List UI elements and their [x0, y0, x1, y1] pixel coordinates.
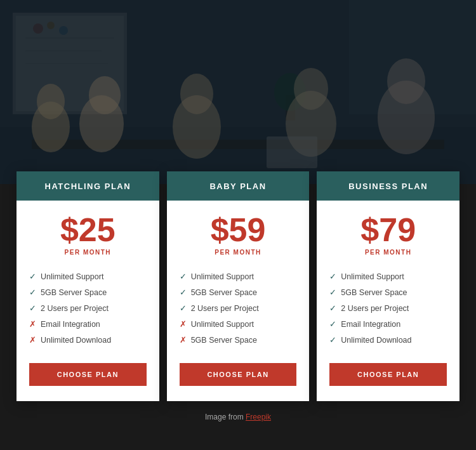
check-icon-baby-0: ✓: [180, 272, 191, 281]
feature-text-baby-3: Unlimited Support: [191, 320, 254, 329]
pricing-card-hatchling: HATCHLING PLAN $25 PER MONTH ✓ Unlimited…: [17, 171, 159, 401]
feature-item-baby-3: ✗ Unlimited Support: [180, 316, 297, 332]
pricing-card-business: BUSINESS PLAN $79 PER MONTH ✓ Unlimited …: [317, 171, 459, 401]
feature-text-baby-2: 2 Users per Project: [191, 304, 259, 313]
feature-item-business-4: ✓ Unlimited Download: [329, 332, 447, 348]
card-price-business: $79 PER MONTH: [354, 201, 422, 262]
feature-text-baby-4: 5GB Server Space: [191, 336, 257, 345]
choose-plan-button-hatchling[interactable]: CHOOSE PLAN: [29, 363, 147, 386]
feature-item-hatchling-3: ✗ Email Integration: [29, 316, 147, 332]
feature-text-hatchling-0: Unlimited Support: [41, 272, 103, 281]
footer-link[interactable]: Freepik: [246, 413, 271, 421]
feature-text-baby-0: Unlimited Support: [191, 272, 254, 281]
cross-icon-hatchling-3: ✗: [29, 319, 41, 329]
check-icon-business-1: ✓: [329, 288, 341, 297]
card-title-business: BUSINESS PLAN: [348, 182, 428, 191]
footer-label: Image from: [205, 413, 246, 421]
feature-item-business-2: ✓ 2 Users per Project: [329, 300, 447, 316]
feature-text-hatchling-4: Unlimited Download: [41, 336, 111, 345]
pricing-cards: HATCHLING PLAN $25 PER MONTH ✓ Unlimited…: [0, 171, 476, 401]
feature-text-business-4: Unlimited Download: [341, 336, 411, 345]
price-amount-hatchling: $25: [60, 213, 116, 246]
price-amount-baby: $59: [211, 213, 266, 246]
check-icon-baby-2: ✓: [180, 303, 191, 313]
card-price-baby: $59 PER MONTH: [204, 201, 272, 262]
feature-item-business-3: ✓ Email Integration: [329, 316, 447, 332]
card-title-baby: BABY PLAN: [209, 182, 266, 191]
check-icon-business-0: ✓: [329, 272, 341, 281]
card-features-business: ✓ Unlimited Support ✓ 5GB Server Space ✓…: [317, 262, 459, 358]
check-icon-business-2: ✓: [329, 303, 341, 313]
card-btn-wrap-hatchling: CHOOSE PLAN: [17, 358, 159, 401]
cross-icon-hatchling-4: ✗: [29, 335, 41, 345]
card-header-hatchling: HATCHLING PLAN: [17, 171, 159, 201]
feature-text-hatchling-2: 2 Users per Project: [41, 304, 109, 313]
feature-item-business-0: ✓ Unlimited Support: [329, 268, 447, 284]
card-btn-wrap-baby: CHOOSE PLAN: [167, 358, 310, 401]
price-amount-business: $79: [360, 213, 416, 246]
feature-text-hatchling-3: Email Integration: [41, 320, 100, 329]
cross-icon-baby-3: ✗: [180, 319, 191, 329]
feature-text-baby-1: 5GB Server Space: [191, 288, 257, 297]
price-period-baby: PER MONTH: [211, 249, 266, 256]
price-period-business: PER MONTH: [360, 249, 416, 256]
feature-text-business-2: 2 Users per Project: [341, 304, 409, 313]
feature-text-hatchling-1: 5GB Server Space: [41, 288, 107, 297]
content-wrapper: HATCHLING PLAN $25 PER MONTH ✓ Unlimited…: [0, 0, 476, 450]
feature-item-hatchling-4: ✗ Unlimited Download: [29, 332, 147, 348]
pricing-card-baby: BABY PLAN $59 PER MONTH ✓ Unlimited Supp…: [167, 171, 310, 401]
check-icon-hatchling-2: ✓: [29, 303, 41, 313]
choose-plan-button-business[interactable]: CHOOSE PLAN: [329, 363, 447, 386]
feature-item-baby-2: ✓ 2 Users per Project: [180, 300, 297, 316]
hero-section: HATCHLING PLAN $25 PER MONTH ✓ Unlimited…: [0, 0, 476, 450]
feature-item-baby-1: ✓ 5GB Server Space: [180, 284, 297, 300]
card-title-hatchling: HATCHLING PLAN: [45, 182, 131, 191]
card-header-business: BUSINESS PLAN: [317, 171, 459, 201]
price-period-hatchling: PER MONTH: [60, 249, 116, 256]
card-header-baby: BABY PLAN: [167, 171, 310, 201]
check-icon-business-3: ✓: [329, 319, 341, 329]
feature-item-business-1: ✓ 5GB Server Space: [329, 284, 447, 300]
check-icon-baby-1: ✓: [180, 288, 191, 297]
feature-text-business-3: Email Integration: [341, 320, 400, 329]
check-icon-business-4: ✓: [329, 335, 341, 345]
feature-item-hatchling-2: ✓ 2 Users per Project: [29, 300, 147, 316]
card-btn-wrap-business: CHOOSE PLAN: [317, 358, 459, 401]
card-features-baby: ✓ Unlimited Support ✓ 5GB Server Space ✓…: [167, 262, 310, 358]
feature-item-baby-4: ✗ 5GB Server Space: [180, 332, 297, 348]
cross-icon-baby-4: ✗: [180, 335, 191, 345]
card-features-hatchling: ✓ Unlimited Support ✓ 5GB Server Space ✓…: [17, 262, 159, 358]
feature-text-business-0: Unlimited Support: [341, 272, 404, 281]
footer-text: Image from Freepik: [205, 413, 271, 421]
check-icon-hatchling-0: ✓: [29, 272, 41, 281]
feature-item-hatchling-1: ✓ 5GB Server Space: [29, 284, 147, 300]
feature-text-business-1: 5GB Server Space: [341, 288, 407, 297]
feature-item-hatchling-0: ✓ Unlimited Support: [29, 268, 147, 284]
choose-plan-button-baby[interactable]: CHOOSE PLAN: [180, 363, 297, 386]
card-price-hatchling: $25 PER MONTH: [54, 201, 122, 262]
feature-item-baby-0: ✓ Unlimited Support: [180, 268, 297, 284]
check-icon-hatchling-1: ✓: [29, 288, 41, 297]
